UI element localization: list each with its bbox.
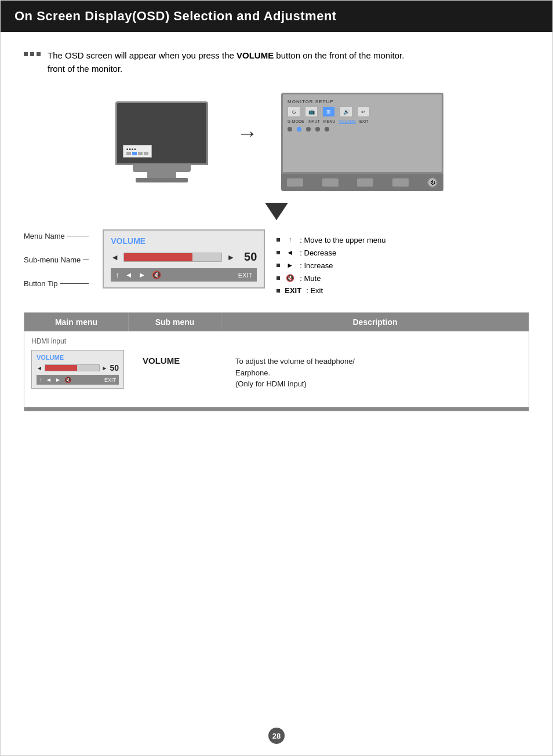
mini-slider-fill [45,365,78,371]
osd-btn-left: ◄ [125,271,133,279]
monitor-base-small [133,165,191,172]
bullet-1 [24,52,28,56]
icon-volume: 🔊 [340,107,352,117]
button-tip-label: Button Tip [24,279,91,288]
mini-exit-label: EXIT [104,377,116,383]
osd-slider-fill [124,253,192,261]
page-title: On Screen Display(OSD) Selection and Adj… [14,9,337,23]
page-header: On Screen Display(OSD) Selection and Adj… [1,1,552,32]
mini-right-arrow: ► [102,365,108,371]
table-sub-menu-col: VOLUME [136,350,228,375]
table-bottom-bar [24,407,529,411]
mini-btn-up: ↑ [39,377,42,383]
legend-exit-label: EXIT [285,286,301,295]
mini-osd-title: VOLUME [37,354,119,361]
mini-buttons-row: ↑ ◄ ► 🔇 EXIT [37,375,119,385]
monitor-osd-label: MONITOR SETUP [288,99,437,104]
bullet-3 [37,52,41,56]
osd-left-arrow: ◄ [111,253,119,262]
osd-btn-right: ► [139,271,146,279]
mini-btn-left: ◄ [46,377,52,383]
header-description: Description [221,313,529,331]
table-subtitle: HDMI input [31,337,522,345]
diagram-section: ■ ■ ■ ■ → MONITOR SETUP [24,93,529,191]
osd-panel-title: VOLUME [111,236,257,246]
header-sub-menu: Sub menu [129,313,221,331]
monitor-foot-small [136,178,188,182]
arrow-right: → [237,121,258,145]
icon-gmode: G [288,107,300,117]
legend-item-decrease: ◄ : Decrease [276,248,404,257]
legend-increase-icon: ► [285,261,295,270]
monitor-large-screen: MONITOR SETUP G 📺 ⊞ 🔊 ↩ G-MODE INPUT MEN… [281,93,443,174]
sub-menu-name-label: Sub-menu Name [24,255,91,264]
mini-left-arrow: ◄ [37,365,42,371]
legend-item-up: ↑ : Move to the upper menu [276,235,404,244]
icon-input: 📺 [305,107,318,117]
menu-name-label: Menu Name [24,232,91,240]
legend-mute-icon: 🔇 [285,273,295,283]
monitor-osd-dots [288,127,437,132]
mini-slider-row: ◄ ► 50 [37,363,119,372]
monitor-small: ■ ■ ■ ■ [110,101,214,182]
power-button: ⏻ [427,177,438,188]
table-section: Main menu Sub menu Description HDMI inpu… [24,312,529,411]
content-area: The OSD screen will appear when you pres… [1,32,552,423]
legend-decrease-icon: ◄ [285,248,295,257]
mini-btn-mute: 🔇 [64,377,71,383]
osd-labels: Menu Name Sub-menu Name Button Tip [24,229,91,288]
mini-slider-track [45,364,100,371]
legend-up-icon: ↑ [285,235,295,244]
osd-slider-track [123,253,222,262]
osd-btn-mute: 🔇 [152,271,161,279]
table-header: Main menu Sub menu Description [24,313,529,331]
osd-buttons-row: ↑ ◄ ► 🔇 EXIT [111,268,257,282]
legend-section: ↑ : Move to the upper menu ◄ : Decrease … [276,229,404,295]
desc-line-1: To adjust the volume of headphone/ [235,357,355,366]
icon-exit: ↩ [357,107,370,117]
monitor-stand-small [147,172,176,178]
mini-value: 50 [110,363,119,372]
table-desc-col: To adjust the volume of headphone/ Earph… [228,350,522,396]
legend-item-exit: EXIT : Exit [276,286,404,295]
osd-value: 50 [239,250,257,264]
desc-line-3: (Only for HDMI input) [235,379,307,388]
intro-paragraph: The OSD screen will appear when you pres… [24,49,529,75]
osd-panel: VOLUME ◄ ► 50 ↑ ◄ ► 🔇 EXIT [103,229,265,288]
monitor-osd-icons: G 📺 ⊞ 🔊 ↩ [288,107,437,117]
desc-line-2: Earphone. [235,368,270,377]
legend-item-increase: ► : Increase [276,261,404,270]
monitor-bottom-bar: ⏻ [281,174,443,191]
osd-overlay-small: ■ ■ ■ ■ [123,145,152,158]
down-arrow-container [24,203,529,220]
monitor-screen-small: ■ ■ ■ ■ [115,101,208,165]
osd-slider-row: ◄ ► 50 [111,250,257,264]
table-row: VOLUME ◄ ► 50 ↑ ◄ ► [31,350,522,396]
down-arrow [265,203,288,220]
osd-btn-up: ↑ [115,271,119,279]
page-number: 28 [268,728,285,744]
intro-text-content: The OSD screen will appear when you pres… [48,49,404,75]
icon-menu: ⊞ [322,107,335,117]
table-mini-osd: VOLUME ◄ ► 50 ↑ ◄ ► [31,350,124,389]
legend-item-mute: 🔇 : Mute [276,273,404,283]
header-main-menu: Main menu [24,313,129,331]
osd-section: Menu Name Sub-menu Name Button Tip VOLUM… [24,229,529,295]
bullet-2 [30,52,34,56]
table-main-menu-col: VOLUME ◄ ► 50 ↑ ◄ ► [31,350,136,389]
mini-btn-right: ► [55,377,61,383]
table-body: HDMI input VOLUME ◄ ► 50 [24,331,529,401]
monitor-large: MONITOR SETUP G 📺 ⊞ 🔊 ↩ G-MODE INPUT MEN… [281,93,443,191]
osd-right-arrow: ► [227,253,235,262]
monitor-osd-menu-bar: G-MODE INPUT MENU VOLUME EXIT [288,119,437,123]
bold-volume: VOLUME [237,50,274,60]
osd-exit-label: EXIT [238,272,252,279]
table-volume-label: VOLUME [143,356,221,366]
